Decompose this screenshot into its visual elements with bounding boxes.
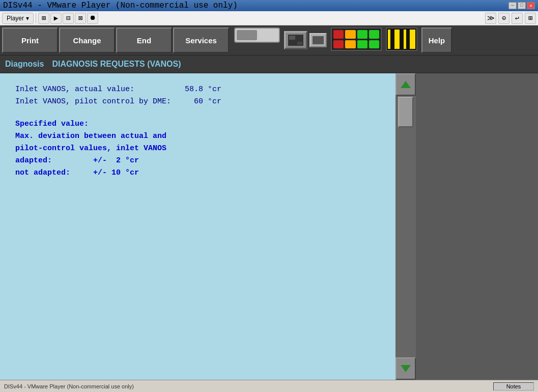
barcode-stripe-6 [407,30,409,49]
vmware-icon-1[interactable]: ⊞ [38,13,49,24]
barcode-widget [386,27,417,53]
change-button[interactable]: Change [59,27,115,53]
maximize-button[interactable]: □ [518,2,526,9]
barcode-stripe-1 [388,30,390,49]
vmware-icon-3[interactable]: ⊟ [63,13,74,24]
statusbar: DISv44 - VMware Player (Non-commercial u… [0,380,538,392]
barcode-stripe-3 [394,30,400,49]
main-panel: Inlet VANOS, actual value: 58.8 °cr Inle… [0,73,395,380]
statusbar-text: DISv44 - VMware Player (Non-commercial u… [4,383,493,389]
screen-icon-group [284,31,307,49]
close-button[interactable]: ✕ [527,2,535,9]
led-1-1 [333,30,344,39]
breadcrumb: Diagnosis DIAGNOSIS REQUESTS (VANOS) [0,55,538,73]
led-1-4 [369,30,379,39]
title-bar: DISv44 - VMware Player (Non-commercial u… [0,0,538,11]
content-line-2: Inlet VANOS, pilot control by DME: 60 °c… [15,96,380,108]
notes-button[interactable]: Notes [493,382,534,390]
scroll-down-arrow-icon [401,365,411,372]
progress-widget [234,27,280,53]
vmware-icon-4[interactable]: ⊠ [75,13,86,24]
app-toolbar: Print Change End Services [0,25,538,55]
screen-overlay-1 [289,36,295,40]
progress-bar [234,27,280,43]
content-area: Inlet VANOS, actual value: 58.8 °cr Inle… [0,73,538,380]
scroll-track [395,96,416,357]
led-2-4 [369,40,379,49]
vmware-right-icon-4[interactable]: ⊞ [525,13,536,24]
vmware-right-icon-1[interactable]: ≫ [485,13,496,24]
content-line-4: Max. deviation between actual and [15,130,380,143]
player-menu[interactable]: Player ▾ [2,13,34,24]
right-panel [416,73,538,380]
scrollbar [395,73,416,380]
barcode-stripe-7 [410,30,415,49]
services-button[interactable]: Services [173,27,229,53]
window-controls: — □ ✕ [508,2,535,9]
vmware-icon-2[interactable]: ▶ [50,13,62,24]
content-line-5: pilot-control values, inlet VANOS [15,143,380,155]
breadcrumb-right: DIAGNOSIS REQUESTS (VANOS) [52,60,181,69]
barcode [386,27,417,51]
scroll-up-button[interactable] [395,73,416,96]
led-2-1 [333,40,344,49]
content-line-7: not adapted: +/- 10 °cr [15,167,380,179]
scroll-up-arrow-icon [401,81,411,88]
app-area: Print Change End Services [0,25,538,380]
player-menu-label: Player [7,15,24,22]
scroll-down-button[interactable] [395,357,416,380]
small-screen-display [313,36,324,44]
help-button[interactable]: Help [421,27,452,53]
barcode-stripe-2 [391,30,393,49]
barcode-stripe-5 [404,30,406,49]
led-2-3 [357,40,367,49]
window-title: DISv44 - VMware Player (Non-commercial u… [3,1,238,10]
player-menu-arrow: ▾ [26,15,29,22]
print-button[interactable]: Print [2,27,58,53]
scroll-thumb[interactable] [398,97,413,127]
content-line-6: adapted: +/- 2 °cr [15,155,380,167]
led-grid [331,27,382,51]
vmware-right-icon-3[interactable]: ↩ [512,13,523,24]
screen-overlay-2 [297,42,302,45]
led-1-3 [357,30,367,39]
screen-icons [284,27,327,53]
progress-fill [237,30,257,40]
content-line-1: Inlet VANOS, actual value: 58.8 °cr [15,83,380,96]
content-line-3: Specified value: [15,118,380,130]
minimize-button[interactable]: — [508,2,517,9]
content-spacer-1 [15,108,380,118]
led-1-2 [345,30,355,39]
breadcrumb-left: Diagnosis [5,60,44,69]
end-button[interactable]: End [116,27,172,53]
vmware-menubar: Player ▾ ⊞ ▶ ⊟ ⊠ ⏺ ≫ ⊙ ↩ ⊞ [0,11,538,25]
monitor-icon [284,31,307,49]
vmware-icon-5[interactable]: ⏺ [87,13,98,24]
led-grid-widget [331,27,382,53]
vmware-right-icons: ≫ ⊙ ↩ ⊞ [485,13,536,24]
small-screen-icon [309,33,327,47]
barcode-stripe-4 [400,30,403,49]
led-2-2 [345,40,355,49]
monitor-screen [288,35,303,46]
separator [36,13,36,23]
vmware-right-icon-2[interactable]: ⊙ [498,13,509,24]
